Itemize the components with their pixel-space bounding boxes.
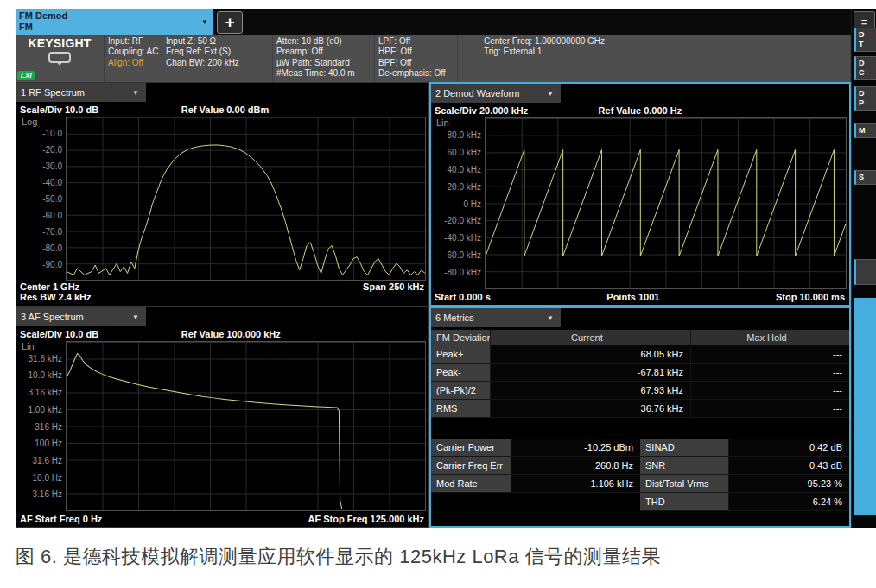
header-setting: Preamp: Off bbox=[276, 47, 371, 57]
softkey-button[interactable] bbox=[854, 259, 876, 285]
demod-x-annotations: Start 0.000 s Points 1001 Stop 10.000 ms bbox=[431, 289, 849, 305]
softkey-label: D bbox=[859, 59, 876, 68]
sidebar-blue-strip bbox=[854, 298, 876, 515]
y-tick-label: 3.16 kHz bbox=[29, 388, 62, 397]
metric-current-value: 67.93 kHz bbox=[490, 382, 690, 400]
softkey-button[interactable]: S bbox=[854, 170, 876, 185]
y-tick-label: -80.0 bbox=[42, 243, 62, 253]
af-start-freq-label: AF Start Freq 0 Hz bbox=[20, 514, 102, 524]
y-tick-label: 20.0 kHz bbox=[448, 181, 481, 191]
lower-right-rows: SINAD0.42 dBSNR0.43 dBDist/Total Vrms95.… bbox=[640, 439, 849, 511]
softkey-button[interactable]: DT bbox=[854, 28, 876, 52]
figure-caption: 图 6. 是德科技模拟解调测量应用软件显示的 125kHz LoRa 信号的测量… bbox=[16, 544, 661, 570]
panel-af-spectrum: 3 AF Spectrum ▼ Scale/Div 10.0 dB Ref Va… bbox=[16, 307, 429, 528]
metrics-row: Dist/Total Vrms95.23 % bbox=[640, 475, 849, 493]
remote-screen-icon bbox=[48, 52, 71, 66]
metric-current-value: 68.05 kHz bbox=[490, 345, 690, 364]
softkey-button[interactable]: DP bbox=[854, 86, 876, 111]
metric-maxhold-value: --- bbox=[690, 345, 849, 364]
header-setting: BPF: Off bbox=[378, 58, 454, 68]
scale-per-div: Scale/Div 10.0 dB bbox=[20, 329, 98, 339]
keysight-logo: KEYSIGHT bbox=[28, 36, 91, 50]
header-setting: Atten: 10 dB (e0) bbox=[276, 36, 371, 47]
y-tick-label: -20.0 bbox=[42, 145, 62, 155]
metric-current-value: -67.81 kHz bbox=[490, 364, 690, 382]
metric-name: SINAD bbox=[640, 439, 728, 457]
tab-bar: FM Demod FM ▼ + bbox=[16, 9, 851, 35]
col-fm-deviation: FM Deviation bbox=[431, 330, 490, 345]
tab-mode-name: FM Demod bbox=[19, 10, 67, 22]
metrics-row: Carrier Power-10.25 dBm bbox=[431, 439, 640, 457]
header-column: Input Z: 50 ΩFreq Ref: Ext (S)Chan BW: 2… bbox=[162, 35, 273, 82]
fm-deviation-rows: Peak+68.05 kHz---Peak--67.81 kHz---(Pk-P… bbox=[431, 345, 849, 418]
y-tick-label: -40.0 bbox=[42, 178, 62, 187]
y-tick-label: -80.0 kHz bbox=[444, 268, 481, 277]
panel-selector-rf-spectrum[interactable]: 1 RF Spectrum ▼ bbox=[16, 83, 146, 102]
softkey-label: C bbox=[859, 68, 876, 78]
header-setting: µW Path: Standard bbox=[276, 58, 371, 68]
metric-name: SNR bbox=[640, 457, 728, 475]
add-tab-button[interactable]: + bbox=[217, 11, 243, 34]
y-tick-label: -70.0 bbox=[42, 227, 62, 237]
y-tick-label: 100 Hz bbox=[35, 439, 62, 448]
softkey-button[interactable]: M bbox=[854, 123, 876, 138]
meas-settings-header: KEYSIGHT LXI Input: RFCoupling: ACAlign:… bbox=[16, 35, 851, 82]
af-spectrum-plot[interactable] bbox=[66, 341, 426, 511]
brand-block: KEYSIGHT LXI bbox=[16, 35, 105, 82]
header-setting: Chan BW: 200 kHz bbox=[166, 58, 269, 68]
softkey-label: M bbox=[859, 126, 876, 136]
metric-value: 0.42 dB bbox=[728, 439, 849, 457]
chevron-down-icon: ▼ bbox=[547, 314, 554, 322]
panel-selector-af-spectrum[interactable]: 3 AF Spectrum ▼ bbox=[16, 307, 146, 326]
rf-left-annotations: Center 1 GHz Res BW 2.4 kHz bbox=[20, 281, 92, 302]
y-tick-label: -50.0 bbox=[42, 194, 62, 204]
scale-per-div: Scale/Div 10.0 dB bbox=[20, 104, 98, 115]
metrics-row: THD6.24 % bbox=[640, 493, 849, 511]
y-tick-label: -60.0 kHz bbox=[444, 250, 481, 260]
af-chart-area: Lin 31.6 kHz10.0 kHz3.16 kHz1.00 kHz316 … bbox=[16, 341, 428, 511]
tab-fm-demod[interactable]: FM Demod FM ▼ bbox=[16, 9, 213, 35]
metric-name: (Pk-Pk)/2 bbox=[431, 382, 490, 400]
metric-name: Mod Rate bbox=[431, 475, 511, 493]
metrics-row: SNR0.43 dB bbox=[640, 457, 849, 475]
metric-maxhold-value: --- bbox=[690, 382, 849, 400]
rf-chart-area: Log -10.0-20.0-30.0-40.0-50.0-60.0-70.0-… bbox=[16, 117, 428, 281]
metrics-row: RMS36.76 kHz--- bbox=[431, 400, 849, 418]
panel-title: 2 Demod Waveform bbox=[435, 88, 519, 98]
chevron-down-icon: ▼ bbox=[201, 18, 208, 26]
metrics-row: Peak+68.05 kHz--- bbox=[431, 345, 849, 364]
chevron-down-icon: ▼ bbox=[547, 90, 554, 98]
y-tick-label: 3.16 Hz bbox=[33, 490, 62, 499]
metrics-content: FM Deviation Current Max Hold Peak+68.05… bbox=[431, 327, 849, 526]
metric-value: 260.8 Hz bbox=[511, 457, 640, 475]
header-setting: Center Freq: 1.000000000 GHz bbox=[484, 36, 847, 47]
span-label: Span 250 kHz bbox=[363, 281, 424, 292]
af-stop-freq-label: AF Stop Freq 125.000 kHz bbox=[308, 514, 425, 524]
header-setting: Input Z: 50 Ω bbox=[166, 36, 269, 47]
rf-spectrum-plot[interactable] bbox=[66, 117, 426, 281]
panel-selector-demod-waveform[interactable]: 2 Demod Waveform ▼ bbox=[431, 84, 561, 103]
tab-meas-name: FM bbox=[19, 22, 67, 33]
softkey-sidebar: ≡ DTDCDPMS bbox=[851, 9, 876, 528]
lower-left-rows: Carrier Power-10.25 dBmCarrier Freq Err2… bbox=[431, 439, 640, 511]
softkey-button[interactable]: DC bbox=[854, 56, 876, 80]
metric-value: 95.23 % bbox=[728, 475, 849, 493]
softkey-label: S bbox=[859, 173, 876, 182]
header-setting: Input: RF bbox=[108, 36, 158, 47]
demod-waveform-plot[interactable] bbox=[485, 117, 847, 289]
res-bw-label: Res BW 2.4 kHz bbox=[20, 292, 92, 302]
y-tick-label: -20.0 kHz bbox=[444, 216, 481, 225]
panels-grid: 1 RF Spectrum ▼ Scale/Div 10.0 dB Ref Va… bbox=[16, 82, 851, 528]
metric-name: Peak+ bbox=[431, 345, 490, 364]
panel-selector-metrics[interactable]: 6 Metrics ▼ bbox=[431, 308, 561, 327]
chevron-down-icon: ▼ bbox=[132, 313, 139, 321]
y-tick-label: -10.0 bbox=[42, 129, 62, 138]
metric-value: 0.43 dB bbox=[728, 457, 849, 475]
metric-maxhold-value: --- bbox=[690, 364, 849, 382]
demod-y-axis: Lin 80.0 kHz60.0 kHz40.0 kHz20.0 kHz0 Hz… bbox=[431, 117, 485, 289]
panel-title: 3 AF Spectrum bbox=[21, 312, 84, 322]
metric-value: -10.25 dBm bbox=[511, 439, 640, 457]
metric-value: 6.24 % bbox=[728, 493, 849, 511]
start-time-label: Start 0.000 s bbox=[435, 292, 491, 302]
center-freq-label: Center 1 GHz bbox=[20, 281, 92, 292]
